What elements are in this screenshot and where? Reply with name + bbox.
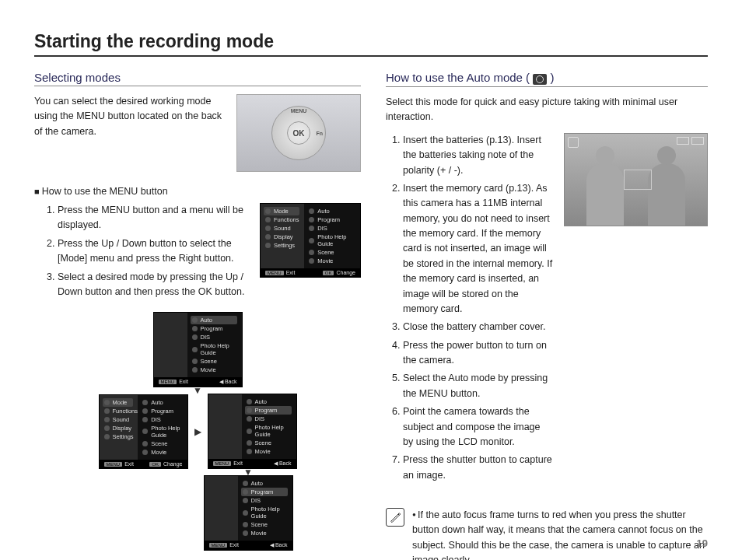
lcd-item: Photo Help Guide [201,342,237,356]
lcd-item: Mode [274,208,289,215]
note-icon [386,508,404,527]
auto-steps: Insert the batteries (p.13). Insert the … [386,133,553,486]
auto-step: Insert the batteries (p.13). Insert the … [403,133,553,178]
lcd-screenshot-c: Auto Program DIS Photo Help Guide Scene … [208,394,297,469]
dpad-top-label: MENU [291,108,307,114]
lcd-item: Auto [201,317,212,324]
lcd-screenshot-b: Mode Functions Sound Display Settings Au… [99,394,188,469]
auto-step: Press the shutter button to capture an i… [403,453,553,483]
focus-frame [624,170,652,190]
lcd-item: Movie [201,366,216,373]
lcd-item: Movie [317,257,333,264]
selecting-intro: You can select the desired working mode … [34,94,226,139]
menu-flow-diagram: Auto Program DIS Photo Help Guide Scene … [34,312,361,551]
menu-step: Press the Up / Down button to select the… [58,236,249,267]
lcd-item: Functions [274,216,299,223]
subject-illustration [586,163,624,226]
auto-step: Close the battery chamber cover. [403,320,553,334]
hud-mode-icon [568,137,579,148]
lcd-item: Settings [274,242,295,249]
arrow-right-icon: ▶ [194,426,201,437]
lcd-item: Sound [274,225,291,232]
lcd-screenshot-a: Auto Program DIS Photo Help Guide Scene … [153,312,243,387]
menu-subheading: How to use the MENU button [34,186,361,197]
page-title: Starting the recording mode [34,31,708,57]
auto-step: Insert the memory card (p.13). As this c… [403,181,553,317]
dpad-illustration: OK MENU Fn [271,106,326,160]
auto-step: Point the camera towards the subject and… [403,404,553,450]
content-columns: Selecting modes You can select the desir… [34,71,708,560]
right-column: How to use the Auto mode ( ) Select this… [386,71,708,560]
lcd-item: DIS [317,225,327,232]
auto-title-prefix: How to use the Auto mode ( [386,71,530,84]
auto-step: Press the power button to turn on the ca… [403,338,553,369]
lcd-exit: Exit [286,270,296,275]
subject-illustration [648,163,685,226]
note-item: If the auto focus frame turns to red whe… [412,508,708,560]
menu-steps: Press the MENU button and a menu will be… [34,203,249,303]
lcd-key: MENU [265,271,284,275]
lcd-item: Photo Help Guide [317,233,355,247]
lcd-change: Change [336,270,355,275]
auto-mode-preview [564,133,708,226]
section-auto-mode: How to use the Auto mode ( ) [386,71,708,87]
camera-back-illustration: OK MENU Fn [236,94,361,172]
lcd-item: Scene [317,249,334,256]
lcd-key: OK [323,271,334,275]
menu-step: Press the MENU button and a menu will be… [58,203,249,233]
hud-status-icons [677,137,704,145]
lcd-item: Display [274,233,293,240]
note-box: If the auto focus frame turns to red whe… [386,508,708,560]
auto-intro: Select this mode for quick and easy pict… [386,95,708,125]
page-number: 19 [697,537,708,549]
lcd-screenshot-main: Mode Functions Sound Display Settings Au… [260,203,361,278]
lcd-item: Scene [201,358,217,365]
lcd-item: Auto [317,208,329,215]
lcd-item: DIS [201,334,211,341]
lcd-item: Program [317,216,340,223]
note-list: If the auto focus frame turns to red whe… [412,508,708,560]
section-selecting-modes: Selecting modes [34,71,361,86]
lcd-screenshot-d: Auto Program DIS Photo Help Guide Scene … [204,475,293,551]
menu-step: Select a desired mode by pressing the Up… [58,270,249,300]
auto-step: Select the Auto mode by pressing the MEN… [403,371,553,401]
dpad-ok-label: OK [293,129,305,138]
auto-title-suffix: ) [550,71,554,84]
camera-icon [533,74,547,85]
lcd-item: Program [201,325,223,332]
dpad-right-label: Fn [316,131,323,136]
left-column: Selecting modes You can select the desir… [34,71,361,560]
